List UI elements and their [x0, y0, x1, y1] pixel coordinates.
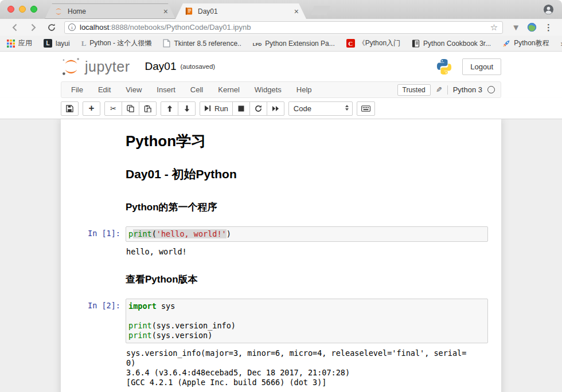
empty-prompt — [64, 160, 126, 163]
command-palette-button[interactable] — [357, 101, 375, 116]
logout-button[interactable]: Logout — [462, 58, 501, 75]
bookmark-item[interactable]: Llayui — [44, 39, 70, 48]
address-bar: i localhost:8888/notebooks/PythonCode/Da… — [0, 19, 562, 36]
back-icon[interactable] — [6, 23, 24, 32]
tab-strip: Home×Day01× — [45, 3, 306, 19]
kernel-idle-icon — [487, 86, 495, 93]
code-input-area[interactable]: print('hello, world!') — [126, 226, 488, 242]
code-cell[interactable]: In [2]:import sysprint(sys.version_info)… — [61, 291, 501, 390]
cell-type-dropdown[interactable]: Code — [288, 101, 353, 116]
browser-tab-day01[interactable]: Day01× — [175, 3, 306, 19]
edit-title-pencil-icon[interactable]: ✎ — [436, 85, 442, 94]
csdn-c-icon: C — [346, 39, 355, 48]
python-logo-icon — [435, 58, 453, 76]
chrome-menu-icon[interactable]: ⋮ — [540, 22, 556, 33]
empty-prompt — [64, 190, 126, 193]
heading-level-3: Python的第一个程序 — [126, 201, 488, 214]
menu-item-file[interactable]: File — [64, 85, 91, 94]
output-prompt — [64, 247, 126, 249]
close-window-button[interactable] — [7, 6, 14, 13]
save-button[interactable] — [61, 101, 79, 116]
letter-l-icon: L — [81, 39, 87, 48]
bookmark-item[interactable]: LPython - 这个人很懒 — [81, 38, 152, 48]
profile-icon[interactable] — [543, 4, 554, 15]
jupyter-header: jupyter Day01 (autosaved) Logout FileEdi… — [0, 52, 562, 119]
minimize-window-button[interactable] — [19, 6, 26, 13]
rocket-icon — [502, 40, 510, 48]
menu-item-cell[interactable]: Cell — [183, 85, 210, 94]
run-label: Run — [214, 104, 228, 113]
cell-type-value: Code — [294, 104, 311, 113]
jupyter-logo-icon[interactable] — [61, 56, 81, 77]
lfd-icon: LFD — [253, 40, 262, 48]
apps-grid-icon — [7, 40, 15, 48]
jupyter-wordmark[interactable]: jupyter — [85, 58, 130, 75]
url-host: localhost — [80, 23, 109, 32]
markdown-rendered: Day01 - 初始Python — [126, 160, 498, 185]
menu-bar: FileEditViewInsertCellKernelWidgetsHelp … — [61, 81, 501, 98]
notebook-title[interactable]: Day01 — [145, 60, 177, 73]
bookmark-label: 应用 — [18, 38, 32, 48]
bookmark-item[interactable]: C《Python入门 — [346, 38, 400, 48]
dropdown-carets-icon — [345, 105, 349, 111]
page-icon — [163, 39, 170, 48]
code-cell[interactable]: In [1]:print('hello, world!')hello, worl… — [61, 219, 501, 260]
restart-kernel-button[interactable] — [249, 101, 267, 116]
bookmark-label: layui — [56, 40, 70, 48]
extension-v-icon[interactable]: ▼ — [508, 22, 524, 32]
zoom-window-button[interactable] — [30, 6, 37, 13]
tab-title: Day01 — [198, 7, 292, 15]
bookmark-item[interactable]: LFDPython Extension Pa... — [253, 40, 335, 48]
markdown-rendered: Python学习 — [126, 129, 498, 155]
tab-close-icon[interactable]: × — [162, 7, 170, 15]
bookmark-item[interactable]: Tkinter 8.5 reference.. — [163, 39, 241, 48]
menu-item-widgets[interactable]: Widgets — [247, 85, 289, 94]
cut-cell-button[interactable]: ✂ — [104, 101, 122, 116]
copy-cell-button[interactable] — [122, 101, 139, 116]
markdown-cell[interactable]: Python学习 — [61, 126, 501, 158]
heading-level-1: Python学习 — [126, 131, 488, 151]
reload-icon[interactable] — [42, 23, 61, 32]
markdown-rendered: Python的第一个程序 — [126, 190, 498, 216]
extension-globe-icon[interactable] — [524, 22, 540, 32]
trusted-button[interactable]: Trusted — [397, 84, 431, 96]
new-tab-button[interactable] — [311, 6, 330, 15]
omnibox[interactable]: i localhost:8888/notebooks/PythonCode/Da… — [64, 21, 503, 34]
markdown-cell[interactable]: Day01 - 初始Python — [61, 158, 501, 187]
paste-cell-button[interactable] — [139, 101, 157, 116]
notebook-site: Python学习Day01 - 初始PythonPython的第一个程序In [… — [0, 119, 562, 392]
code-input-area[interactable]: import sysprint(sys.version_info)print(s… — [126, 299, 488, 343]
browser-window: Home×Day01× i localhost:8888/notebooks/P… — [0, 0, 562, 392]
markdown-cell[interactable]: 查看Python版本 — [61, 260, 501, 291]
jupyter-favicon — [54, 7, 63, 16]
forward-icon[interactable] — [24, 23, 42, 32]
move-cell-up-button[interactable] — [161, 101, 178, 116]
browser-tab-home[interactable]: Home× — [45, 3, 175, 19]
restart-run-all-button[interactable] — [267, 101, 284, 116]
interrupt-kernel-button[interactable] — [232, 101, 250, 116]
menu-item-kernel[interactable]: Kernel — [210, 85, 247, 94]
menu-item-view[interactable]: View — [118, 85, 149, 94]
bookmark-star-icon[interactable]: ☆ — [489, 22, 499, 33]
menu-item-edit[interactable]: Edit — [91, 85, 118, 94]
book-icon — [412, 40, 420, 48]
tab-title: Home — [68, 7, 162, 15]
menu-item-insert[interactable]: Insert — [149, 85, 183, 94]
move-cell-down-button[interactable] — [178, 101, 196, 116]
markdown-cell[interactable]: Python的第一个程序 — [61, 187, 501, 219]
bookmark-label: 《Python入门 — [358, 38, 400, 48]
menu-item-help[interactable]: Help — [289, 85, 319, 94]
bookmarks-bar: 应用LlayuiLPython - 这个人很懒Tkinter 8.5 refer… — [0, 36, 562, 52]
empty-prompt — [64, 129, 126, 131]
bookmark-item[interactable]: Python教程 — [502, 38, 549, 48]
page-info-icon[interactable]: i — [68, 23, 76, 31]
bookmark-item[interactable]: Python Cookbook 3r... — [412, 40, 491, 48]
input-prompt: In [1]: — [64, 226, 126, 238]
url-text[interactable]: localhost:8888/notebooks/PythonCode/Day0… — [80, 23, 489, 32]
bookmark-item[interactable]: 应用 — [7, 38, 32, 48]
output-prompt — [64, 348, 126, 351]
empty-prompt — [64, 262, 126, 265]
add-cell-button[interactable]: + — [83, 101, 100, 116]
tab-close-icon[interactable]: × — [292, 7, 300, 15]
run-cell-button[interactable]: Run — [200, 101, 233, 116]
